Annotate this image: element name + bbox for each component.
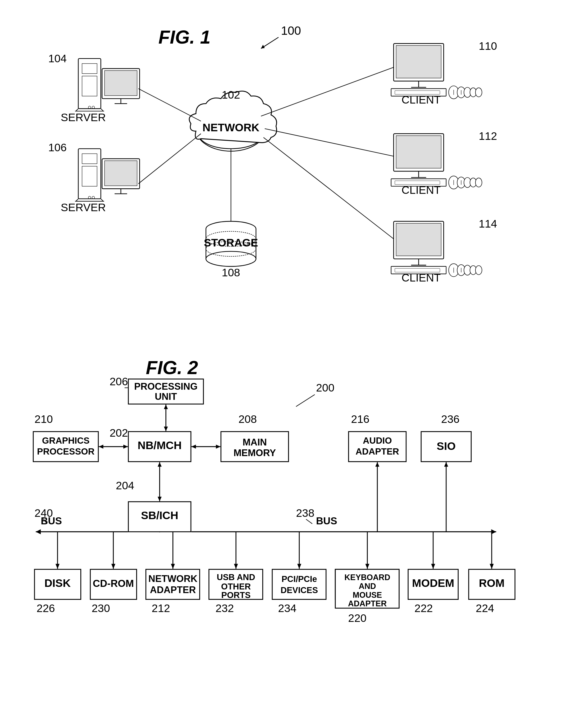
svg-marker-142: [431, 564, 435, 569]
svg-line-84: [264, 138, 393, 239]
fig1-svg: FIG. 1 100 NETWORK 102: [21, 16, 546, 327]
client3: [391, 221, 482, 277]
ref-102: 102: [222, 89, 240, 101]
ref-240: 240: [35, 507, 53, 519]
svg-marker-95: [216, 445, 220, 449]
netadapter-label2: ADAPTER: [150, 585, 196, 595]
svg-line-31: [101, 199, 104, 201]
svg-line-111: [306, 519, 312, 524]
svg-rect-9: [78, 59, 101, 109]
svg-point-65: [475, 178, 482, 187]
page: FIG. 1 100 NETWORK 102: [0, 0, 567, 728]
ref-212: 212: [152, 602, 170, 614]
bus-right-label: BUS: [316, 515, 337, 526]
client1-label: CLIENT: [401, 94, 441, 106]
server1: [75, 59, 140, 111]
processing-label2: UNIT: [155, 391, 177, 402]
ref-226: 226: [37, 602, 55, 614]
pci-label2: DEVICES: [281, 585, 318, 595]
ref-234: 234: [278, 602, 296, 614]
svg-rect-67: [396, 223, 441, 256]
ref-210: 210: [35, 413, 53, 425]
svg-text:KEYBOARD: KEYBOARD: [344, 573, 390, 582]
svg-rect-54: [396, 136, 441, 168]
audio-label2: ADAPTER: [356, 447, 399, 456]
client2: [391, 134, 482, 189]
svg-line-79: [139, 88, 201, 121]
mainmem-label: MAIN: [243, 437, 267, 448]
server2-label: SERVER: [61, 201, 106, 214]
ref-236: 236: [441, 413, 460, 425]
ref-206: 206: [110, 375, 128, 388]
svg-rect-41: [396, 45, 441, 78]
svg-point-52: [475, 88, 482, 97]
ref-108: 108: [222, 266, 240, 279]
disk-label: DISK: [44, 577, 71, 589]
svg-marker-131: [297, 564, 301, 569]
fig2-title: FIG. 2: [146, 357, 198, 378]
storage: STORAGE: [204, 221, 258, 266]
usb-label2: OTHER: [221, 582, 251, 591]
ref-100: 100: [281, 24, 301, 37]
ref-220: 220: [348, 612, 366, 624]
client2-label: CLIENT: [401, 184, 441, 196]
svg-marker-104: [158, 462, 162, 466]
svg-marker-105: [158, 497, 162, 501]
svg-marker-145: [490, 564, 494, 569]
svg-marker-116: [444, 462, 448, 466]
svg-line-82: [261, 67, 394, 116]
svg-rect-23: [105, 161, 137, 186]
svg-marker-94: [191, 445, 196, 449]
ref-232: 232: [216, 602, 234, 614]
modem-label: MODEM: [412, 577, 454, 589]
svg-marker-128: [234, 564, 238, 569]
nbmch-label: NB/MCH: [138, 439, 182, 451]
storage-label: STORAGE: [204, 237, 258, 249]
ref-202: 202: [110, 427, 128, 439]
graphics-label2: PROCESSOR: [37, 447, 95, 456]
ref-208: 208: [239, 413, 257, 425]
svg-marker-91: [164, 427, 168, 431]
ref-114: 114: [479, 218, 497, 230]
svg-point-37: [206, 251, 256, 266]
ref-238: 238: [296, 507, 314, 519]
ref-106: 106: [48, 141, 67, 154]
ref-204: 204: [116, 479, 134, 492]
server2: [75, 149, 140, 201]
svg-marker-90: [164, 404, 168, 409]
cdrom-label: CD-ROM: [93, 578, 134, 589]
svg-line-18: [76, 109, 78, 111]
fig2-svg: FIG. 2 200 PROCESSING UNIT 206 NB/MCH 20…: [21, 348, 546, 711]
svg-marker-114: [375, 462, 379, 466]
svg-marker-125: [171, 564, 175, 569]
usb-label3: PORTS: [222, 590, 251, 600]
rom-label: ROM: [479, 577, 504, 589]
svg-text:MOUSE: MOUSE: [352, 590, 382, 600]
ref-222: 222: [414, 602, 433, 614]
usb-label: USB AND: [217, 572, 255, 582]
svg-marker-122: [111, 564, 115, 569]
network-label: NETWORK: [203, 121, 260, 134]
svg-marker-98: [99, 445, 103, 449]
svg-point-78: [475, 266, 482, 275]
ref-224: 224: [476, 602, 494, 614]
svg-line-80: [139, 134, 201, 184]
netadapter-label: NETWORK: [148, 573, 198, 584]
svg-rect-21: [78, 149, 101, 199]
audio-label: AUDIO: [363, 436, 392, 445]
ref-216: 216: [351, 413, 369, 425]
svg-rect-11: [105, 71, 137, 96]
ref-110: 110: [479, 40, 497, 52]
fig1-title: FIG. 1: [159, 26, 211, 47]
svg-line-85: [296, 395, 315, 407]
fig2-container: FIG. 2 200 PROCESSING UNIT 206 NB/MCH 20…: [21, 348, 546, 711]
server1-label: SERVER: [61, 111, 106, 123]
sio-label: SIO: [437, 440, 455, 452]
pci-label: PCI/PCIe: [282, 574, 317, 584]
svg-line-19: [101, 109, 104, 111]
svg-marker-99: [123, 445, 128, 449]
sbich-label: SB/ICH: [141, 509, 178, 521]
svg-text:ADAPTER: ADAPTER: [348, 599, 386, 608]
ref-200: 200: [316, 382, 334, 394]
graphics-label: GRAPHICS: [42, 436, 89, 445]
